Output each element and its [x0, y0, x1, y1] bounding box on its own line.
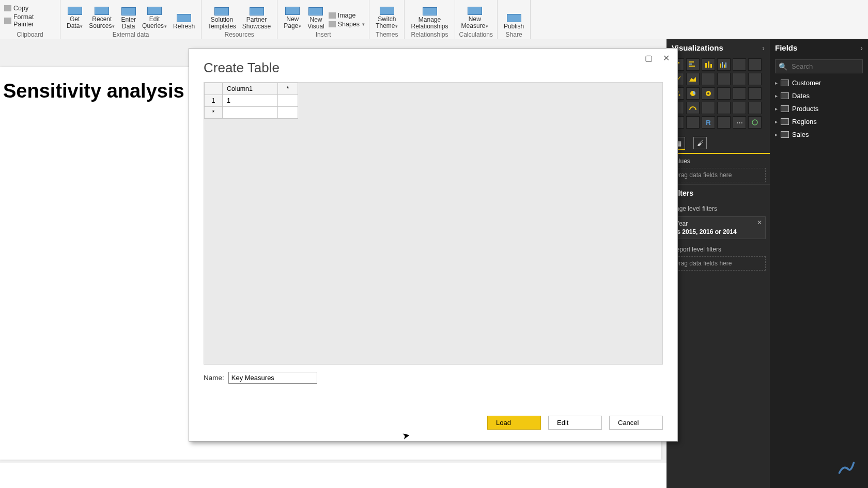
svg-rect-6 — [708, 61, 709, 68]
fields-search[interactable]: 🔍 — [775, 59, 863, 73]
fields-pane: Fields › 🔍 ▸Customer▸Dates▸Products▸Regi… — [770, 39, 868, 488]
new-row-button[interactable]: * — [205, 107, 223, 119]
viz-kpi[interactable] — [733, 102, 746, 114]
filter-chip-year[interactable]: Year is 2015, 2016 or 2014 ✕ — [671, 216, 766, 239]
column-header[interactable]: Column1 — [223, 83, 278, 95]
group-label-external: External data — [65, 30, 197, 39]
brand-logo-icon — [837, 458, 856, 477]
viz-slicer[interactable] — [748, 102, 762, 114]
table-icon — [781, 92, 789, 99]
svg-marker-12 — [689, 77, 696, 82]
cancel-button[interactable]: Cancel — [609, 416, 663, 430]
image-button[interactable]: Image — [329, 12, 365, 19]
viz-stacked-column[interactable] — [702, 58, 715, 71]
table-item-regions[interactable]: ▸Regions — [770, 115, 868, 128]
table-name-input[interactable] — [228, 372, 317, 384]
group-label-clipboard: Clipboard — [4, 30, 56, 39]
viz-custom-import[interactable]: ⋯ — [733, 116, 746, 129]
viz-100-stacked-column[interactable] — [748, 58, 762, 71]
svg-point-19 — [752, 120, 757, 125]
ribbon: Copy Format Painter Clipboard Get Data▾ … — [0, 0, 868, 40]
partner-showcase-button[interactable]: Partner Showcase — [240, 4, 273, 30]
table-item-products[interactable]: ▸Products — [770, 102, 868, 115]
empty-new-cell2[interactable] — [278, 107, 298, 119]
dialog-maximize-button[interactable]: ▢ — [641, 53, 656, 64]
viz-multi-card[interactable] — [717, 102, 731, 114]
viz-pie[interactable] — [686, 87, 700, 100]
dialog-close-button[interactable]: ✕ — [659, 53, 673, 64]
svg-point-16 — [690, 91, 695, 96]
report-filters-drop-area[interactable]: Drag data fields here — [671, 256, 766, 271]
format-tab-icon[interactable]: 🖌 — [693, 137, 707, 149]
viz-donut[interactable] — [702, 87, 715, 100]
edit-queries-button[interactable]: Edit Queries▾ — [140, 4, 169, 30]
expand-icon: ▸ — [775, 132, 778, 137]
page-filters-label: Page level filters — [667, 201, 770, 213]
create-table-dialog: ▢ ✕ Create Table Column1 * 1 1 * Name: — [189, 48, 678, 442]
viz-treemap[interactable] — [717, 87, 731, 100]
viz-clustered-bar[interactable] — [686, 58, 700, 71]
svg-point-17 — [706, 91, 711, 96]
get-data-button[interactable]: Get Data▾ — [65, 4, 85, 30]
viz-r-script[interactable]: R — [702, 116, 715, 129]
copy-button[interactable]: Copy — [4, 5, 56, 12]
manage-relationships-button[interactable]: Manage Relationships — [409, 4, 450, 30]
group-label-resources: Resources — [206, 30, 273, 39]
mouse-cursor-icon: ➤ — [401, 430, 411, 443]
refresh-button[interactable]: Refresh — [171, 4, 197, 30]
viz-card[interactable] — [702, 102, 715, 114]
viz-waterfall[interactable] — [748, 73, 762, 85]
table-item-sales[interactable]: ▸Sales — [770, 128, 868, 141]
publish-button[interactable]: Publish — [502, 4, 526, 30]
switch-theme-button[interactable]: Switch Theme▾ — [374, 4, 400, 30]
fields-search-input[interactable] — [791, 62, 859, 71]
format-painter-button[interactable]: Format Painter — [4, 13, 56, 28]
enter-data-button[interactable]: Enter Data — [119, 4, 138, 30]
data-cell[interactable]: 1 — [223, 95, 278, 107]
values-drop-area[interactable]: Drag data fields here — [671, 168, 766, 182]
viz-matrix[interactable] — [686, 116, 700, 129]
table-item-dates[interactable]: ▸Dates — [770, 89, 868, 102]
edit-button[interactable]: Edit — [548, 416, 602, 430]
data-grid[interactable]: Column1 * 1 1 * — [204, 82, 663, 365]
svg-rect-9 — [722, 62, 723, 68]
filters-header: Filters — [667, 184, 770, 201]
viz-area[interactable] — [686, 73, 700, 85]
viz-arcgis[interactable] — [717, 116, 731, 129]
add-column-button[interactable]: * — [278, 83, 298, 95]
svg-rect-3 — [689, 64, 692, 65]
viz-100-stacked-bar[interactable] — [733, 58, 746, 71]
new-page-button[interactable]: New Page▾ — [282, 4, 303, 30]
group-label-relationships: Relationships — [409, 30, 450, 39]
name-label: Name: — [204, 374, 224, 382]
visualization-gallery: R ⋯ — [667, 56, 770, 134]
expand-icon: ▸ — [775, 106, 778, 112]
viz-line-column[interactable] — [717, 73, 731, 85]
empty-new-cell[interactable] — [223, 107, 278, 119]
filter-chip-remove-icon[interactable]: ✕ — [757, 219, 762, 226]
shapes-button[interactable]: Shapes▾ — [329, 21, 365, 28]
viz-ribbon[interactable] — [733, 73, 746, 85]
collapse-fields-icon[interactable]: › — [860, 44, 863, 52]
viz-filled-map[interactable] — [748, 87, 762, 100]
new-measure-button[interactable]: New Measure▾ — [459, 4, 491, 30]
solution-templates-button[interactable]: Solution Templates — [206, 4, 238, 30]
recent-sources-button[interactable]: Recent Sources▾ — [87, 4, 117, 30]
empty-cell[interactable] — [278, 95, 298, 107]
viz-clustered-column[interactable] — [717, 58, 731, 71]
load-button[interactable]: Load — [487, 416, 541, 430]
expand-icon: ▸ — [775, 119, 778, 124]
report-filters-label: Report level filters — [667, 242, 770, 254]
new-visual-button[interactable]: New Visual — [305, 4, 326, 30]
corner-cell — [205, 83, 223, 95]
svg-rect-10 — [724, 65, 725, 68]
values-label: Values — [667, 154, 770, 166]
collapse-viz-icon[interactable]: › — [762, 44, 765, 52]
table-item-customer[interactable]: ▸Customer — [770, 76, 868, 89]
viz-globe[interactable] — [748, 116, 762, 129]
svg-rect-4 — [689, 66, 695, 67]
viz-map[interactable] — [733, 87, 746, 100]
table-icon — [781, 118, 789, 125]
viz-stacked-area[interactable] — [702, 73, 715, 85]
viz-gauge[interactable] — [686, 102, 700, 114]
